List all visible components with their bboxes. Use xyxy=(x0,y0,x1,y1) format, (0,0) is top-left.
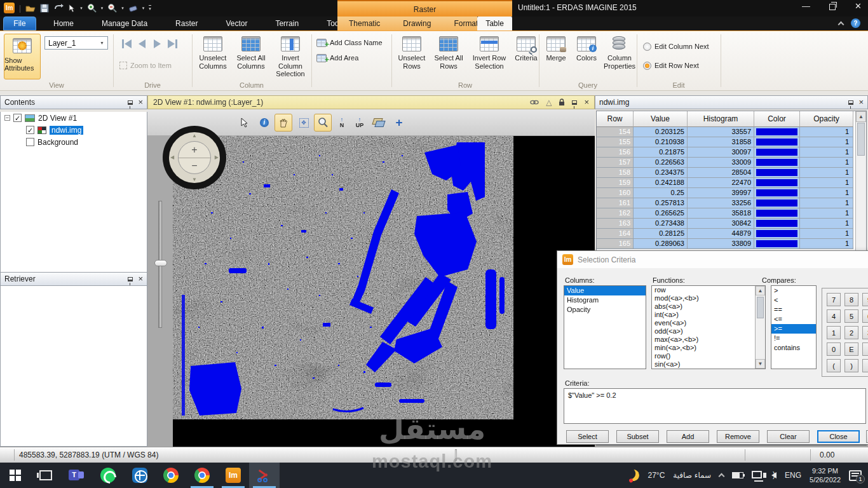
tab-raster[interactable]: Raster xyxy=(161,17,212,30)
columns-listbox[interactable]: Value Histogram Opacity xyxy=(564,285,646,369)
taskbar-whatsapp[interactable] xyxy=(93,463,123,488)
criteria-button[interactable]: Criteria xyxy=(512,34,540,78)
last-item-button[interactable] xyxy=(165,37,180,50)
edit-row-next-radio[interactable]: Edit Row Next xyxy=(643,59,699,72)
speaker-icon[interactable] xyxy=(771,472,776,478)
open-file-icon[interactable] xyxy=(25,4,36,13)
unselect-rows-button[interactable]: Unselect Rows xyxy=(394,34,430,78)
list-item[interactable]: row() xyxy=(652,352,755,360)
list-item-selected[interactable]: Value xyxy=(564,286,646,295)
keypad-key[interactable]: ( xyxy=(827,359,841,372)
roam-tool-icon[interactable]: ✥ xyxy=(295,114,313,132)
tab-home[interactable]: Home xyxy=(39,17,88,30)
column-header-value[interactable]: Value xyxy=(634,111,688,127)
taskbar-erdas-imagine[interactable]: Im xyxy=(218,463,248,488)
close-icon[interactable]: × xyxy=(138,99,143,105)
start-button[interactable] xyxy=(0,463,31,488)
keypad-key[interactable]: 1 xyxy=(827,326,841,339)
restore-button[interactable] xyxy=(829,4,836,10)
select-cursor-icon[interactable] xyxy=(68,4,76,13)
eraser-icon[interactable] xyxy=(128,4,138,12)
scrollbar-thumb[interactable] xyxy=(757,297,764,318)
keypad-key[interactable]: 3 xyxy=(862,326,868,339)
zoom-in-button[interactable]: + xyxy=(179,142,210,158)
close-button[interactable]: ✕ xyxy=(855,1,862,11)
table-row[interactable]: 1570.226563330091 xyxy=(597,158,866,168)
lock-icon[interactable] xyxy=(559,98,565,106)
column-header-row[interactable]: Row xyxy=(597,111,634,127)
criteria-input[interactable]: $"Value" >= 0.2 xyxy=(564,388,866,424)
collapse-ribbon-icon[interactable] xyxy=(838,21,844,27)
checkbox-checked[interactable]: ✓ xyxy=(13,114,22,122)
invert-column-selection-button[interactable]: Invert Column Selection xyxy=(271,34,310,78)
tab-file[interactable]: File xyxy=(3,17,36,30)
north-arrow-icon[interactable]: ↑N xyxy=(333,114,351,132)
language-indicator[interactable]: ENG xyxy=(785,471,801,480)
compass-navigation-control[interactable]: ▲ ▼ ◀ ▶ + − xyxy=(163,126,226,189)
scroll-up-icon[interactable]: ▲ xyxy=(756,286,765,295)
list-item[interactable]: != xyxy=(771,334,816,343)
add-area-button[interactable]: + Add Area xyxy=(316,51,358,64)
color-swatch[interactable] xyxy=(754,219,800,229)
zoom-out-dropdown-icon[interactable]: ▾ xyxy=(121,6,124,11)
keypad-key[interactable]: . xyxy=(862,342,868,356)
table-row[interactable]: 1580.234375285041 xyxy=(597,168,866,178)
compares-listbox[interactable]: > < == <= >= != contains xyxy=(771,285,817,369)
list-item[interactable]: even(<a>) xyxy=(652,319,755,327)
pin-icon[interactable] xyxy=(848,100,853,105)
list-item[interactable]: min(<a>,<b>) xyxy=(652,344,755,352)
list-item[interactable]: row xyxy=(652,286,755,294)
clear-button[interactable]: Clear xyxy=(767,430,810,443)
layer-stack-icon[interactable] xyxy=(370,114,388,132)
pointer-tool-icon[interactable] xyxy=(235,114,253,132)
table-row[interactable]: 1630.273438308421 xyxy=(597,219,866,229)
table-row[interactable]: 1550.210938318581 xyxy=(597,137,866,147)
invert-row-selection-button[interactable]: Invert Row Selection xyxy=(468,34,511,78)
help-icon[interactable]: ? xyxy=(851,18,860,28)
list-item[interactable]: mod(<a>,<b>) xyxy=(652,294,755,302)
list-item[interactable]: odd(<a>) xyxy=(652,327,755,336)
warning-triangle-icon[interactable]: △ xyxy=(546,98,552,107)
save-icon[interactable] xyxy=(40,4,49,13)
cursor-dropdown-icon[interactable]: ▾ xyxy=(80,6,83,11)
tree-item-2d-view[interactable]: − ✓ 2D View #1 xyxy=(1,112,147,124)
add-button[interactable]: Add xyxy=(667,430,709,443)
table-row[interactable]: 1560.21875300971 xyxy=(597,147,866,158)
tab-table-active[interactable]: Table xyxy=(477,17,512,30)
list-item[interactable]: sin(<a>) xyxy=(652,360,755,369)
color-swatch[interactable] xyxy=(754,208,800,219)
close-icon[interactable]: × xyxy=(858,99,864,105)
pin-icon[interactable] xyxy=(572,100,577,105)
list-item[interactable]: Histogram xyxy=(564,295,646,305)
select-button[interactable]: Select xyxy=(566,430,609,443)
tree-collapse-icon[interactable]: − xyxy=(4,115,10,121)
close-button[interactable]: Close xyxy=(817,430,860,443)
zoom-tool-icon[interactable] xyxy=(314,114,332,132)
select-all-rows-button[interactable]: Select All Rows xyxy=(431,34,466,78)
network-icon[interactable] xyxy=(752,471,763,480)
color-swatch[interactable] xyxy=(754,147,800,158)
functions-listbox[interactable]: row mod(<a>,<b>) abs(<a>) int(<a>) even(… xyxy=(651,285,766,369)
color-swatch[interactable] xyxy=(754,178,800,188)
first-item-button[interactable] xyxy=(119,37,134,50)
view-titlebar[interactable]: 2D View #1: ndwi.img (:Layer_1) △ × xyxy=(147,95,595,109)
tab-drawing[interactable]: Drawing xyxy=(391,17,442,30)
keypad-key[interactable]: 2 xyxy=(844,326,858,339)
scroll-down-icon[interactable]: ▼ xyxy=(756,359,765,369)
tray-expand-icon[interactable] xyxy=(719,473,725,480)
edit-column-next-radio[interactable]: Edit Column Next xyxy=(643,40,709,53)
merge-button[interactable]: Merge xyxy=(541,34,571,78)
dialog-titlebar[interactable]: Im Selection Criteria xyxy=(557,251,868,268)
show-attributes-button[interactable]: Show Attributes xyxy=(4,34,41,79)
keypad-key[interactable]: 8 xyxy=(844,293,858,306)
inquire-cross-icon[interactable]: + xyxy=(390,114,408,132)
taskbar-snipping-tool[interactable] xyxy=(249,463,280,488)
info-tool-icon[interactable]: i xyxy=(255,114,273,132)
keypad-key[interactable]: 7 xyxy=(827,293,841,306)
zoom-in-icon[interactable] xyxy=(87,3,97,13)
zoom-slider[interactable] xyxy=(158,201,162,328)
scrollbar-thumb[interactable] xyxy=(857,123,865,156)
eraser-dropdown-icon[interactable]: ▾ xyxy=(142,6,145,11)
list-item-selected[interactable]: >= xyxy=(771,324,816,334)
tab-terrain[interactable]: Terrain xyxy=(261,17,313,30)
